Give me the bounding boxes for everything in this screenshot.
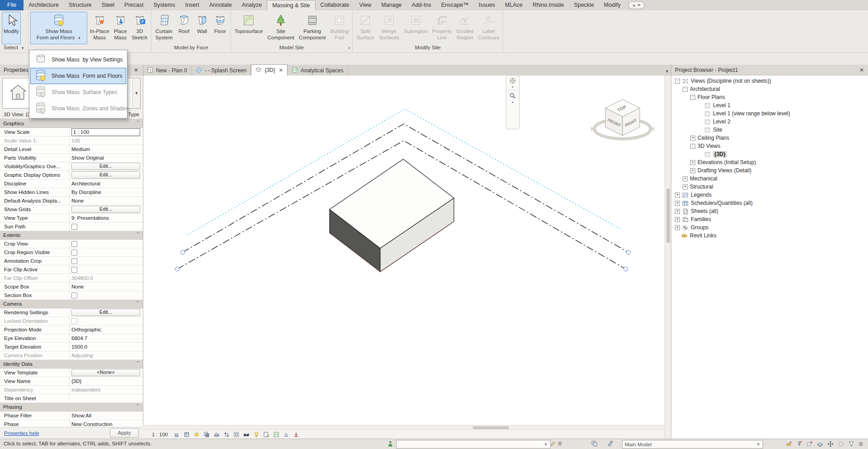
checkbox[interactable] [71, 318, 77, 324]
tree-item-groups[interactable]: +Groups [673, 223, 868, 232]
expand-icon[interactable]: + [690, 136, 695, 141]
section-header-camera[interactable]: Camera⌃ [0, 300, 143, 308]
tree-item-schedules-quantities-all[interactable]: +Schedules/Quantities (all) [673, 199, 868, 207]
select-elements-by-face-icon[interactable] [816, 440, 824, 448]
property-value[interactable]: Edit... [70, 205, 143, 213]
checkbox[interactable] [71, 224, 77, 230]
property-value[interactable]: Edit... [70, 308, 143, 317]
collapse-icon[interactable]: - [683, 87, 688, 92]
select-pinned-icon[interactable] [796, 440, 803, 448]
temporary-hide-isolate-icon[interactable] [243, 431, 250, 438]
ribbon-tab-analyze[interactable]: Analyze [237, 0, 267, 10]
sun-path-icon[interactable] [193, 431, 200, 438]
menu-item-zones-and-shades[interactable]: Show Mass Zones and Shades [30, 100, 126, 117]
property-value[interactable]: {3D} [70, 377, 143, 385]
ribbon-tab-modify[interactable]: Modify [599, 0, 626, 10]
ribbon-display-toggle[interactable]: ▲▼ [628, 1, 645, 9]
show-crop-region-icon[interactable] [233, 431, 240, 438]
tree-item-structural[interactable]: +Structural [673, 183, 868, 191]
ribbon-tab-massing-site[interactable]: Massing & Site [267, 0, 315, 10]
model-site-panel-label[interactable]: Model Site» [232, 44, 352, 52]
ribbon-tab-rhino-inside[interactable]: Rhino.Inside [528, 0, 569, 10]
select-links-icon[interactable] [785, 440, 793, 448]
modify-site-panel-label[interactable]: Modify Site [354, 44, 502, 52]
collapse-icon[interactable]: ⌃ [136, 120, 140, 125]
drag-elements-on-selection-icon[interactable] [827, 440, 834, 448]
temporary-view-properties-icon[interactable] [263, 431, 270, 438]
property-edit-button[interactable]: Edit... [71, 163, 140, 170]
checkbox[interactable] [71, 267, 77, 273]
ribbon-tab-structure[interactable]: Structure [64, 0, 97, 10]
select-underlay-icon[interactable] [806, 440, 813, 448]
ribbon-tab-collaborate[interactable]: Collaborate [316, 0, 354, 10]
checkbox[interactable] [71, 293, 77, 298]
property-input[interactable]: 1 : 100 [71, 128, 140, 136]
checkbox[interactable] [71, 258, 77, 264]
view-tab-3d[interactable]: {3D}✕ [251, 64, 288, 76]
drawing-area[interactable]: TOP FRONT RIGHT [143, 76, 665, 425]
show-analytical-model-icon[interactable] [273, 431, 280, 438]
property-value[interactable] [70, 394, 143, 402]
steering-wheel-icon[interactable] [509, 77, 516, 84]
in-place-mass-button[interactable]: In-PlaceMass [88, 12, 111, 42]
reveal-hidden-elements-icon[interactable] [253, 431, 260, 438]
tree-item-revit-links[interactable]: Revit Links [673, 232, 868, 240]
ribbon-tab-annotate[interactable]: Annotate [204, 0, 237, 10]
viewcube[interactable]: TOP FRONT RIGHT [591, 99, 654, 139]
checkbox[interactable] [71, 241, 77, 247]
property-value[interactable] [70, 240, 143, 248]
property-value[interactable] [70, 257, 143, 265]
collapse-icon[interactable]: - [690, 95, 695, 100]
tree-item-floor-plans[interactable]: -Floor Plans [673, 93, 868, 101]
property-value[interactable]: Medium [70, 145, 143, 153]
expand-icon[interactable]: + [675, 209, 680, 214]
property-value[interactable]: Edit... [70, 171, 143, 179]
design-options-icon[interactable] [591, 440, 599, 448]
property-value[interactable] [70, 265, 143, 274]
active-workset-select[interactable]: ▼ [396, 440, 551, 449]
expand-icon[interactable]: + [675, 201, 680, 206]
tree-item-ceiling-plans[interactable]: +Ceiling Plans [673, 134, 868, 142]
ribbon-tab-enscape[interactable]: Enscape™ [436, 0, 474, 10]
worksets-icon[interactable] [387, 440, 394, 448]
property-value[interactable]: Show Original [70, 154, 143, 162]
vertical-scrollbar[interactable] [665, 76, 671, 439]
model-by-face-panel-label[interactable]: Model by Face [152, 44, 229, 52]
rendering-dialog-icon[interactable] [213, 431, 220, 438]
shadows-icon[interactable] [203, 431, 210, 438]
parking-component-button[interactable]: ParkingComponent [297, 12, 327, 42]
property-value[interactable]: 1 : 100 [70, 128, 143, 136]
mass-box[interactable] [330, 159, 454, 272]
section-header-extents[interactable]: Extents⌃ [0, 231, 143, 240]
3d-sketch-button[interactable]: F3DSketch [130, 12, 149, 42]
tree-item-families[interactable]: +Families [673, 215, 868, 223]
collapse-icon[interactable]: ⌃ [136, 403, 140, 408]
select-panel-label[interactable]: Select ▼ [1, 44, 27, 52]
horizontal-scroll-thumb[interactable] [473, 426, 509, 429]
expand-icon[interactable]: + [675, 193, 680, 198]
ribbon-tab-add-ins[interactable]: Add-Ins [407, 0, 436, 10]
property-value[interactable]: 100 [70, 137, 143, 145]
collapse-icon[interactable]: - [690, 144, 695, 149]
ribbon-tab-speckle[interactable]: Speckle [569, 0, 599, 10]
highlight-displacement-icon[interactable] [283, 431, 290, 438]
property-value[interactable]: 6804.7 [70, 334, 143, 342]
property-value[interactable]: None [70, 283, 143, 291]
panel-launcher-icon[interactable]: » [348, 45, 351, 50]
property-value[interactable]: 1500.0 [70, 343, 143, 351]
background-processes-icon[interactable] [837, 440, 844, 448]
site-component-button[interactable]: SiteComponent [265, 12, 296, 42]
section-header-identity-data[interactable]: Identity Data⌃ [0, 360, 143, 369]
property-edit-button[interactable]: Edit... [71, 171, 140, 179]
menu-item-by-view-settings[interactable]: Show Mass by View Settings [30, 52, 126, 68]
ribbon-tab-file[interactable]: File [0, 0, 24, 10]
view-tab-overflow-icon[interactable]: ▼ [665, 69, 669, 74]
view-tab-analytical-spaces[interactable]: Analytical Spaces [288, 66, 348, 76]
property-value[interactable]: 304800.0 [70, 274, 143, 282]
expand-icon[interactable]: + [683, 176, 688, 181]
ribbon-tab-architecture[interactable]: Architecture [24, 0, 64, 10]
curtain-system-button[interactable]: CurtainSystem [153, 12, 174, 42]
property-value[interactable]: Show All [70, 411, 143, 420]
ribbon-tab-systems[interactable]: Systems [148, 0, 180, 10]
expand-icon[interactable]: + [683, 184, 688, 189]
